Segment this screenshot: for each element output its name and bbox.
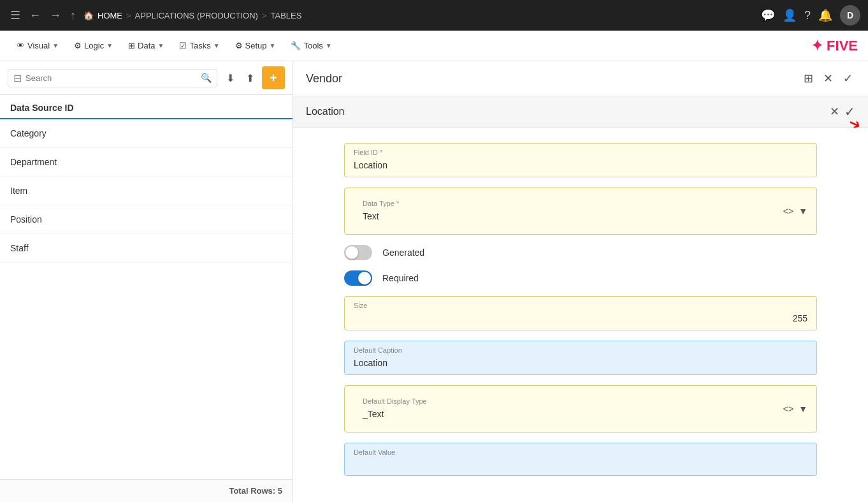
default-display-type-input[interactable]: Default Display Type _Text <> ▼ [344, 385, 817, 432]
five-logo: ✦ FIVE [811, 38, 858, 54]
breadcrumb-sep2: > [262, 11, 267, 20]
generated-toggle-knob [345, 246, 358, 259]
default-caption-group: Default Caption Location [344, 341, 817, 375]
data-type-content: Data Type * Text [354, 195, 408, 228]
table-row[interactable]: Staff [0, 234, 293, 263]
vendor-actions: ⊞ ✕ ✓ [801, 69, 855, 88]
vendor-check-icon[interactable]: ✓ [841, 69, 855, 88]
vendor-grid-icon[interactable]: ⊞ [801, 69, 816, 88]
search-icon: ⊟ [13, 72, 22, 84]
toolbar-visual[interactable]: 👁 Visual ▼ [10, 37, 65, 54]
generated-label: Generated [382, 247, 424, 258]
default-value-value [345, 457, 816, 466]
home-icon: 🏠 [83, 11, 94, 20]
upload-icon[interactable]: ⬆ [242, 68, 258, 88]
default-display-type-value: _Text [354, 406, 436, 425]
field-id-label: Field ID * [345, 144, 816, 158]
top-right-icons: 💬 👤 ? 🔔 D [761, 5, 860, 26]
field-id-value: Location [345, 158, 816, 177]
table-row[interactable]: Category [0, 119, 293, 148]
up-icon[interactable]: ↑ [68, 6, 78, 25]
setup-icon: ⚙ [235, 41, 243, 50]
field-id-input[interactable]: Field ID * Location [344, 143, 817, 177]
toolbar-setup[interactable]: ⚙ Setup ▼ [229, 37, 282, 54]
logic-icon: ⚙ [74, 41, 82, 50]
tools-label: Tools [303, 41, 322, 50]
generated-toggle[interactable] [344, 245, 372, 260]
notifications-icon[interactable]: 🔔 [818, 8, 832, 22]
search-submit-icon[interactable]: 🔍 [201, 73, 212, 83]
toolbar-data[interactable]: ⊞ Data ▼ [122, 37, 170, 54]
table-row[interactable]: Position [0, 205, 293, 234]
data-source-id-label: Data Source ID [10, 103, 74, 113]
default-display-type-content: Default Display Type _Text [354, 392, 436, 425]
default-caption-value: Location [345, 355, 816, 374]
setup-arrow: ▼ [270, 42, 276, 49]
default-value-input[interactable]: Default Value [344, 443, 817, 476]
location-close-icon[interactable]: ✕ [830, 105, 839, 119]
table-footer: Total Rows: 5 [0, 479, 293, 502]
vendor-header: Vendor ⊞ ✕ ✓ [293, 61, 868, 96]
vendor-close-icon[interactable]: ✕ [821, 69, 835, 88]
required-toggle-knob [358, 272, 371, 284]
total-rows-label: Total Rows: 5 [229, 486, 282, 496]
home-label[interactable]: HOME [98, 11, 122, 20]
code-icon[interactable]: <> [783, 206, 793, 216]
right-panel: Vendor ⊞ ✕ ✓ Location ✕ ✓ ➔ Field ID * L… [293, 61, 868, 502]
add-button[interactable]: + [262, 66, 285, 89]
default-value-label: Default Value [345, 443, 816, 457]
chevron-down-icon-2[interactable]: ▼ [799, 404, 807, 414]
menu-icon[interactable]: ☰ [8, 6, 23, 25]
default-display-type-label: Default Display Type [354, 392, 436, 406]
default-value-group: Default Value [344, 443, 817, 476]
default-caption-input[interactable]: Default Caption Location [344, 341, 817, 375]
table-row[interactable]: Department [0, 148, 293, 177]
table-header: Data Source ID [0, 95, 293, 119]
data-type-group: Data Type * Text <> ▼ [344, 188, 817, 235]
tables-label[interactable]: TABLES [271, 11, 302, 20]
main-layout: ⊟ 🔍 ⬇ ⬆ + Data Source ID Category Depart… [0, 61, 868, 502]
data-arrow: ▼ [158, 42, 164, 49]
code-icon-2[interactable]: <> [783, 404, 793, 414]
required-toggle-row: Required [344, 270, 817, 286]
breadcrumb: 🏠 HOME > APPLICATIONS (PRODUCTION) > TAB… [83, 11, 756, 20]
toolbar-logic[interactable]: ⚙ Logic ▼ [68, 37, 119, 54]
people-icon[interactable]: 👤 [783, 8, 797, 22]
setup-label: Setup [245, 41, 267, 50]
tasks-arrow: ▼ [213, 42, 220, 49]
data-type-label: Data Type * [354, 195, 408, 209]
forward-icon[interactable]: → [47, 6, 64, 25]
nav-icons: ☰ ← → ↑ [8, 6, 78, 25]
data-type-value: Text [354, 209, 408, 228]
data-type-select-icons: <> ▼ [783, 206, 807, 216]
chevron-down-icon[interactable]: ▼ [799, 206, 807, 216]
top-navigation: ☰ ← → ↑ 🏠 HOME > APPLICATIONS (PRODUCTIO… [0, 0, 868, 31]
logic-label: Logic [84, 41, 104, 50]
table-body: Category Department Item Position Staff [0, 119, 293, 479]
search-input[interactable] [25, 73, 197, 83]
back-icon[interactable]: ← [27, 6, 43, 25]
location-header: Location ✕ ✓ ➔ [293, 96, 868, 128]
apps-label[interactable]: APPLICATIONS (PRODUCTION) [135, 11, 258, 20]
toolbar-tasks[interactable]: ☑ Tasks ▼ [173, 37, 226, 54]
tasks-label: Tasks [189, 41, 210, 50]
tasks-icon: ☑ [179, 41, 187, 50]
vendor-title: Vendor [306, 72, 801, 85]
help-icon[interactable]: ? [804, 9, 811, 22]
visual-arrow: ▼ [52, 42, 59, 49]
left-panel: ⊟ 🔍 ⬇ ⬆ + Data Source ID Category Depart… [0, 61, 293, 502]
download-icon[interactable]: ⬇ [222, 68, 238, 88]
visual-icon: 👁 [17, 41, 25, 50]
size-input[interactable]: Size 255 [344, 296, 817, 330]
size-value: 255 [345, 311, 816, 330]
required-toggle[interactable] [344, 270, 372, 286]
toolbar-tools[interactable]: 🔧 Tools ▼ [284, 37, 338, 54]
data-type-input[interactable]: Data Type * Text <> ▼ [344, 188, 817, 235]
data-type-select-row: Data Type * Text <> ▼ [345, 188, 816, 234]
table-row[interactable]: Item [0, 177, 293, 205]
avatar[interactable]: D [840, 5, 860, 26]
header-actions: ⬇ ⬆ + [222, 66, 285, 89]
search-box: ⊟ 🔍 [8, 69, 217, 87]
chat-icon[interactable]: 💬 [761, 8, 775, 22]
size-label: Size [345, 297, 816, 311]
